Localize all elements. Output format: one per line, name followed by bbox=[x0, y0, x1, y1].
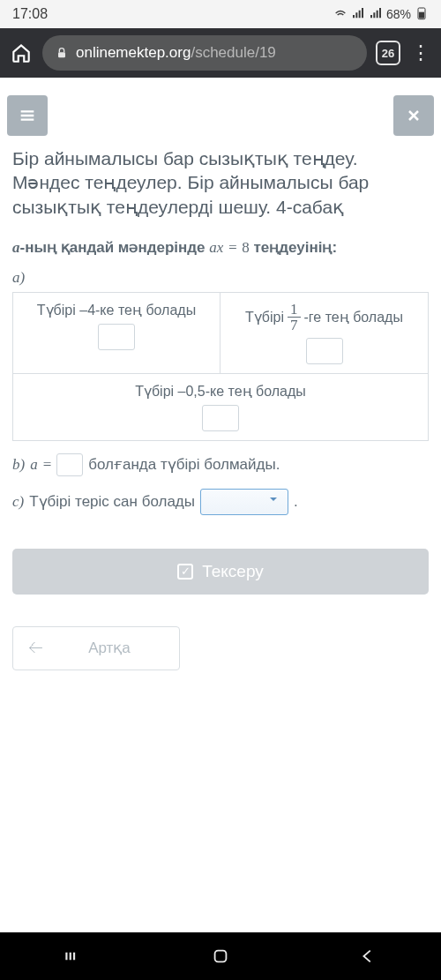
lock-icon bbox=[55, 46, 69, 60]
arrow-left-icon: 🡠 bbox=[13, 640, 57, 657]
cell1-text: Түбірі –4-ке тең болады bbox=[37, 302, 196, 318]
back-button[interactable]: 🡠 Артқа bbox=[12, 626, 180, 670]
prompt-text-1: -ның қандай мәндерінде bbox=[20, 239, 206, 256]
tab-count-button[interactable]: 26 bbox=[376, 41, 400, 65]
answer-input-2[interactable] bbox=[306, 338, 343, 364]
part-b-label: b) bbox=[12, 456, 25, 474]
part-b-var: a bbox=[30, 456, 38, 474]
question-prompt: a-ның қандай мәндерінде ax = 8 теңдеуіні… bbox=[0, 224, 441, 260]
table-cell-1: Түбірі –4-ке тең болады bbox=[13, 293, 220, 374]
part-c-line: c) Түбірі теріс сан болады . bbox=[0, 476, 441, 515]
check-button[interactable]: ✓ Тексеру bbox=[12, 549, 429, 595]
part-c-period: . bbox=[294, 493, 298, 511]
equation-lhs: ax bbox=[209, 239, 223, 256]
answer-input-b[interactable] bbox=[56, 453, 83, 476]
url-path: /schedule/19 bbox=[191, 44, 275, 62]
prompt-text-2: теңдеуінің: bbox=[254, 239, 338, 256]
equation-rhs: 8 bbox=[242, 239, 250, 256]
part-c-text: Түбірі теріс сан болады bbox=[29, 492, 195, 511]
answer-input-1[interactable] bbox=[98, 324, 135, 350]
android-nav-bar bbox=[0, 932, 441, 980]
battery-text: 68% bbox=[386, 7, 411, 21]
table-cell-3: Түбірі –0,5-ке тең болады bbox=[13, 374, 428, 440]
checkmark-icon: ✓ bbox=[177, 564, 193, 580]
svg-rect-3 bbox=[215, 951, 227, 962]
home-button[interactable] bbox=[208, 944, 233, 969]
part-b-line: b) a = болғанда түбірі болмайды. bbox=[0, 441, 441, 476]
clock: 17:08 bbox=[12, 6, 48, 22]
fraction-1-7: 1 7 bbox=[288, 302, 301, 333]
svg-rect-2 bbox=[58, 52, 65, 57]
svg-rect-1 bbox=[419, 11, 424, 18]
table-cell-2: Түбірі 1 7 -ге тең болады bbox=[220, 293, 428, 374]
check-button-label: Тексеру bbox=[202, 562, 264, 581]
back-nav-button[interactable] bbox=[355, 944, 380, 969]
browser-menu-icon[interactable]: ⋮ bbox=[409, 43, 432, 63]
recent-apps-button[interactable] bbox=[61, 944, 86, 969]
part-b-eq: = bbox=[43, 456, 52, 474]
close-button[interactable] bbox=[393, 95, 434, 136]
cell3-text: Түбірі –0,5-ке тең болады bbox=[135, 383, 306, 400]
signal-icon bbox=[351, 6, 365, 23]
battery-icon bbox=[415, 6, 429, 23]
frac-num: 1 bbox=[288, 302, 301, 318]
back-button-label: Артқа bbox=[57, 639, 179, 657]
part-c-label: c) bbox=[12, 493, 24, 511]
address-bar[interactable]: onlinemektep.org/schedule/19 bbox=[42, 35, 367, 71]
answers-table: Түбірі –4-ке тең болады Түбірі 1 7 -ге т… bbox=[12, 292, 429, 441]
android-status-bar: 17:08 68% bbox=[0, 0, 441, 28]
status-indicators: 68% bbox=[333, 6, 429, 23]
hamburger-menu-button[interactable] bbox=[7, 95, 48, 136]
frac-den: 7 bbox=[288, 318, 301, 333]
home-icon[interactable] bbox=[9, 41, 34, 65]
lesson-title: Бір айнымалысы бар сызықтық теңдеу. Мәнд… bbox=[0, 146, 441, 224]
equation-eq: = bbox=[228, 239, 237, 256]
cell2-pre: Түбірі bbox=[245, 309, 284, 325]
url-domain: onlinemektep.org bbox=[76, 44, 191, 62]
signal-icon-2 bbox=[369, 6, 383, 23]
page-content: Бір айнымалысы бар сызықтық теңдеу. Мәнд… bbox=[0, 78, 441, 670]
cell2-post: -ге тең болады bbox=[304, 309, 403, 325]
answer-input-3[interactable] bbox=[202, 405, 239, 431]
var-a: a bbox=[12, 239, 20, 256]
part-a-label: a) bbox=[0, 260, 441, 290]
wifi-icon bbox=[333, 6, 348, 23]
browser-toolbar: onlinemektep.org/schedule/19 26 ⋮ bbox=[0, 28, 441, 78]
part-b-text: болғанда түбірі болмайды. bbox=[88, 455, 280, 474]
dropdown-c[interactable] bbox=[200, 489, 288, 515]
chevron-down-icon bbox=[266, 492, 280, 511]
